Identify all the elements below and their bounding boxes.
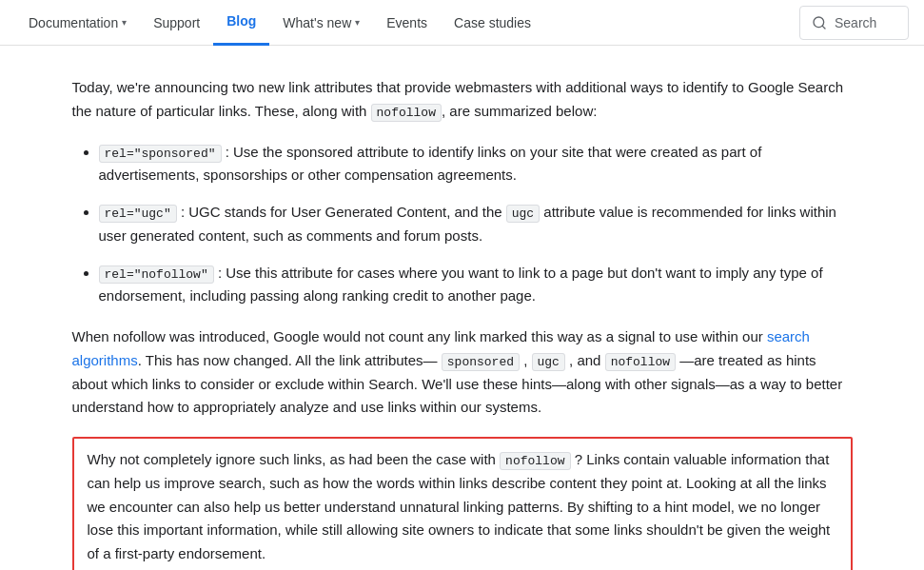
search-button[interactable]: Search: [799, 6, 909, 40]
nav-label-documentation: Documentation: [29, 15, 118, 30]
chevron-down-icon: ▾: [122, 17, 127, 28]
sponsored-code: rel="sponsored": [99, 145, 222, 163]
main-content: Today, we're announcing two new link att…: [34, 46, 891, 570]
nav-item-documentation[interactable]: Documentation ▾: [15, 0, 140, 46]
list-item-nofollow: rel="nofollow" : Use this attribute for …: [99, 262, 853, 309]
nav-item-events[interactable]: Events: [373, 0, 441, 46]
nav-item-whats-new[interactable]: What's new ▾: [269, 0, 373, 46]
nofollow-hint-code: nofollow: [605, 353, 676, 371]
search-label: Search: [835, 15, 876, 30]
ugc-hint-code: ugc: [532, 353, 565, 371]
nav-items: Documentation ▾ Support Blog What's new …: [15, 0, 799, 46]
svg-line-1: [822, 26, 825, 29]
ugc-code: rel="ugc": [99, 205, 177, 223]
chevron-down-icon-2: ▾: [355, 17, 360, 28]
nav-label-support: Support: [153, 15, 200, 30]
list-item-sponsored: rel="sponsored" : Use the sponsored attr…: [99, 141, 853, 188]
nav-label-events: Events: [386, 15, 427, 30]
nofollow-attr-code: rel="nofollow": [99, 265, 214, 284]
intro-paragraph: Today, we're announcing two new link att…: [72, 76, 853, 124]
search-icon: [812, 15, 827, 30]
nav-label-blog: Blog: [226, 13, 256, 29]
sponsored-hint-code: sponsored: [442, 353, 520, 371]
nav-item-case-studies[interactable]: Case studies: [441, 0, 544, 46]
attributes-list: rel="sponsored" : Use the sponsored attr…: [99, 141, 853, 309]
nav-item-support[interactable]: Support: [140, 0, 213, 46]
nofollow-question-code: nofollow: [500, 452, 570, 470]
nav-item-blog[interactable]: Blog: [213, 0, 269, 46]
nofollow-history-paragraph: When nofollow was introduced, Google wou…: [72, 325, 853, 420]
main-nav: Documentation ▾ Support Blog What's new …: [0, 0, 924, 46]
nav-label-whats-new: What's new: [283, 15, 351, 30]
highlighted-paragraph: Why not completely ignore such links, as…: [72, 437, 853, 570]
list-item-ugc: rel="ugc" : UGC stands for User Generate…: [99, 201, 853, 248]
nav-label-case-studies: Case studies: [454, 15, 531, 30]
ugc-inline-code: ugc: [506, 205, 540, 223]
nofollow-code-inline: nofollow: [371, 104, 442, 122]
